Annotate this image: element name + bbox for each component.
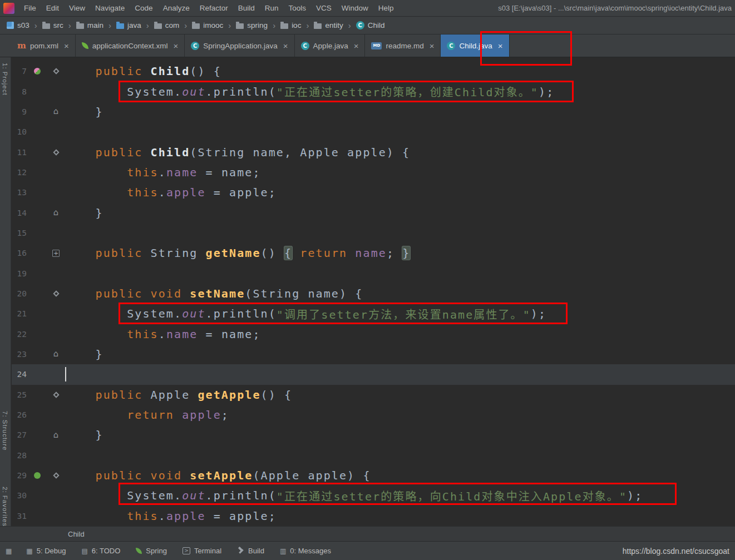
code-line-26[interactable]: 26 return apple;	[12, 405, 735, 425]
gutter-line-10[interactable]: 10	[12, 122, 64, 142]
code-line-12[interactable]: 12 this.name = name;	[12, 162, 735, 182]
gutter-marker-icon[interactable]: ⌂	[53, 107, 59, 116]
code-text[interactable]: public void setName(String name) {	[64, 284, 735, 304]
gutter-diamond-icon[interactable]	[53, 68, 59, 75]
gutter-marker-icon[interactable]: ⌂	[53, 350, 59, 358]
gutter-marker-icon[interactable]: ⌂	[53, 431, 59, 439]
spring-bean-icon[interactable]	[34, 472, 41, 479]
breadcrumb-item-imooc[interactable]: imooc	[191, 21, 224, 29]
code-line-16[interactable]: 16+ public String getName() { return nam…	[12, 243, 735, 263]
code-line-30[interactable]: 30 System.out.println("正在通过setter的策略，向Ch…	[12, 485, 735, 506]
gutter-line-24[interactable]: 24	[12, 364, 64, 384]
menu-view[interactable]: View	[64, 2, 90, 14]
tab-readme-md[interactable]: MDreadme.md×	[365, 34, 441, 57]
code-line-15[interactable]: 15	[12, 223, 735, 243]
gutter-line-19[interactable]: 19	[12, 263, 64, 283]
code-text[interactable]	[64, 364, 735, 384]
gutter-line-7[interactable]: 7	[12, 61, 64, 81]
close-tab-icon[interactable]: ×	[430, 42, 435, 50]
menu-navigate[interactable]: Navigate	[90, 2, 130, 14]
menu-help[interactable]: Help	[373, 2, 399, 14]
code-line-11[interactable]: 11 public Child(String name, Apple apple…	[12, 142, 735, 162]
statusbar-6-todo[interactable]: ▤6: TODO	[81, 547, 120, 555]
code-line-19[interactable]: 19	[12, 263, 735, 283]
menu-window[interactable]: Window	[337, 2, 373, 14]
code-text[interactable]	[64, 263, 735, 283]
breadcrumb-item-entity[interactable]: entity	[313, 21, 344, 29]
code-text[interactable]: this.name = name;	[64, 324, 735, 344]
code-text[interactable]	[64, 122, 735, 142]
statusbar-terminal[interactable]: >Terminal	[182, 547, 221, 555]
close-tab-icon[interactable]: ×	[64, 42, 69, 50]
gutter-line-11[interactable]: 11	[12, 142, 64, 162]
code-line-9[interactable]: 9⌂ }	[12, 102, 735, 122]
breadcrumb-item-ioc[interactable]: ioc	[279, 21, 302, 29]
gutter-line-12[interactable]: 12	[12, 162, 64, 182]
code-line-28[interactable]: 28	[12, 445, 735, 465]
code-text[interactable]: }	[64, 425, 735, 445]
gutter-line-20[interactable]: 20	[12, 284, 64, 304]
code-text[interactable]	[64, 223, 735, 243]
menu-vcs[interactable]: VCS	[311, 2, 337, 14]
gutter-line-16[interactable]: 16+	[12, 243, 64, 263]
menu-tools[interactable]: Tools	[284, 2, 312, 14]
code-line-22[interactable]: 22 this.name = name;	[12, 324, 735, 344]
gutter-line-9[interactable]: 9⌂	[12, 102, 64, 122]
statusbar-5-debug[interactable]: ▦5: Debug	[26, 547, 66, 555]
code-line-8[interactable]: 8 System.out.println("正在通过setter的策略，创建Ch…	[12, 81, 735, 101]
breadcrumb-item-spring[interactable]: spring	[235, 21, 269, 29]
toolwindow-button-1-project[interactable]: 1: Project	[2, 63, 8, 96]
code-text[interactable]: System.out.println("正在通过setter的策略，创建Chil…	[64, 81, 735, 101]
code-line-14[interactable]: 14⌂ }	[12, 202, 735, 222]
statusbar-spring[interactable]: Spring	[136, 547, 167, 555]
code-line-23[interactable]: 23⌂ }	[12, 344, 735, 364]
code-text[interactable]: public Child(String name, Apple apple) {	[64, 142, 735, 162]
gutter-line-31[interactable]: 31	[12, 506, 64, 526]
breadcrumb-item-java[interactable]: java	[115, 21, 142, 29]
code-text[interactable]: System.out.println("调用了setter方法，来设置name属…	[64, 304, 735, 324]
code-line-25[interactable]: 25 public Apple getApple() {	[12, 385, 735, 405]
breadcrumb-item-child[interactable]: CChild	[355, 21, 386, 29]
code-text[interactable]: public void setApple(Apple apple) {	[64, 465, 735, 485]
code-line-31[interactable]: 31 this.apple = apple;	[12, 506, 735, 526]
gutter-line-21[interactable]: 21	[12, 304, 64, 324]
toolwindow-button-7-structure[interactable]: 7: Structure	[2, 411, 8, 450]
close-tab-icon[interactable]: ×	[173, 42, 178, 50]
gutter-line-27[interactable]: 27⌂	[12, 425, 64, 445]
code-text[interactable]: public String getName() { return name; }	[64, 243, 735, 263]
code-line-7[interactable]: 7 public Child() {	[12, 61, 735, 81]
gutter-diamond-icon[interactable]	[53, 290, 59, 296]
breadcrumb-item-s03[interactable]: s03	[6, 21, 31, 29]
tab-springapplication-java[interactable]: CSpringApplication.java×	[185, 34, 294, 57]
code-text[interactable]: this.apple = apple;	[64, 506, 735, 526]
gutter-marker-icon[interactable]: ⌂	[53, 209, 59, 217]
menu-code[interactable]: Code	[130, 2, 157, 14]
breadcrumb-item-main[interactable]: main	[75, 21, 105, 29]
tab-apple-java[interactable]: CApple.java×	[295, 34, 366, 57]
gutter-line-14[interactable]: 14⌂	[12, 202, 64, 222]
gutter-line-13[interactable]: 13	[12, 182, 64, 202]
gutter-diamond-icon[interactable]	[53, 391, 59, 398]
code-text[interactable]: return apple;	[64, 405, 735, 425]
statusbar-grid-icon[interactable]: ▦	[6, 547, 12, 555]
tab-child-java[interactable]: CChild.java×	[441, 34, 509, 57]
tab-pom-xml[interactable]: mpom.xml×	[11, 34, 76, 57]
tab-applicationcontext-xml[interactable]: applicationContext.xml×	[76, 34, 185, 57]
code-text[interactable]: }	[64, 344, 735, 364]
menu-file[interactable]: File	[19, 2, 41, 14]
code-text[interactable]: System.out.println("正在通过setter的策略，向Child…	[64, 485, 735, 506]
gutter-line-25[interactable]: 25	[12, 385, 64, 405]
code-line-10[interactable]: 10	[12, 122, 735, 142]
gutter-line-29[interactable]: 29	[12, 465, 64, 485]
code-text[interactable]: public Child() {	[64, 61, 735, 81]
code-line-27[interactable]: 27⌂ }	[12, 425, 735, 445]
code-text[interactable]: public Apple getApple() {	[64, 385, 735, 405]
gutter-line-15[interactable]: 15	[12, 223, 64, 243]
gutter-line-23[interactable]: 23⌂	[12, 344, 64, 364]
statusbar-build[interactable]: Build	[237, 547, 264, 555]
close-tab-icon[interactable]: ×	[283, 42, 288, 50]
gutter-line-30[interactable]: 30	[12, 485, 64, 506]
breadcrumb-item-com[interactable]: com	[153, 21, 181, 29]
gutter-diamond-icon[interactable]	[53, 472, 59, 478]
spring-bean-icon[interactable]	[34, 68, 41, 75]
